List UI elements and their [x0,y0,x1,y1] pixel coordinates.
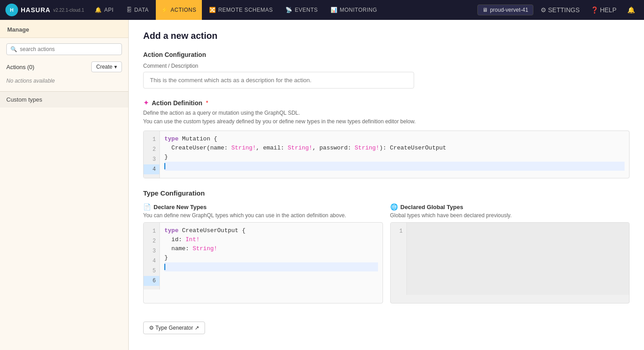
type-generator-button[interactable]: ⚙ Type Generator ↗ [143,322,205,334]
line-num-3: 3 [144,154,159,164]
help-icon: ❓ [591,6,598,14]
actions-icon: ⚡ [161,7,168,13]
declared-global-header: 🌐 Declared Global Types [390,203,630,210]
main-content: Add a new action Action Configuration Co… [129,20,644,350]
declared-global-editor: 1 [390,222,630,303]
declare-line-6 [164,262,378,271]
hasura-logo-icon: H [5,4,18,16]
declare-line-4: } [164,253,378,262]
action-def-desc: Define the action as a query or mutation… [143,109,630,126]
declare-new-title: Declare New Types [154,204,207,210]
sidebar-manage-label: Manage [0,20,128,38]
settings-icon: ⚙ [541,6,546,14]
sidebar: Manage 🔍 Actions (0) Create ▾ No actions… [0,20,129,350]
declare-new-types-col: 📄 Declare New Types You can define new G… [143,203,383,314]
sidebar-search-box[interactable]: 🔍 [6,43,122,55]
notification-icon[interactable]: 🔔 [624,5,639,15]
logo: H HASURA v2.22.1-cloud.1 [5,4,84,16]
code-content[interactable]: type Mutation { CreateUser(name: String!… [160,131,629,178]
code-line-3: } [164,153,625,162]
global-types-content [407,223,630,295]
nav-actions[interactable]: ⚡ ACTIONS [156,0,201,20]
help-nav-item[interactable]: ❓ HELP [587,5,620,15]
line-num-1: 1 [144,135,159,145]
action-config-title: Action Configuration [143,51,630,58]
action-def-title: Action Definition [152,99,202,107]
no-actions-label: No actions available [0,76,128,89]
declare-new-icon: 📄 [143,203,151,210]
actions-count-label: Actions (0) [6,64,34,70]
declare-line-numbers: 1 2 3 4 5 6 [144,223,160,289]
action-def-header: ✦ Action Definition * [143,98,630,107]
nav-api[interactable]: 🔔 API [89,0,119,20]
declare-new-header: 📄 Declare New Types [143,203,383,210]
code-line-4 [164,162,625,171]
declared-global-icon: 🌐 [390,203,398,210]
page-title: Add a new action [143,31,630,41]
version-text: v2.22.1-cloud.1 [53,8,84,13]
global-line-numbers: 1 [391,223,407,295]
action-definition-editor[interactable]: 1 2 3 4 type Mutation { CreateUser(name:… [143,131,630,178]
events-icon: 📡 [285,7,293,13]
comment-input[interactable] [143,72,414,89]
declare-code-content[interactable]: type CreateUserOutput { id: Int! name: S… [160,223,383,289]
line-numbers: 1 2 3 4 [144,131,160,178]
code-line-2: CreateUser(name: String!, email: String!… [164,144,625,153]
declared-global-types-col: 🌐 Declared Global Types Global types whi… [390,203,630,314]
line-num-4: 4 [144,164,159,174]
action-def-icon: ✦ [143,98,149,107]
type-config-section: Type Configuration 📄 Declare New Types Y… [143,189,630,334]
settings-nav-item[interactable]: ⚙ SETTINGS [537,5,583,15]
data-icon: 🗄 [126,7,132,13]
code-line-1: type Mutation { [164,135,625,144]
type-config-title: Type Configuration [143,189,630,197]
logo-text: HASURA [21,6,51,14]
nav-remote-schemas[interactable]: 🔀 REMOTE SCHEMAS [204,0,279,20]
declare-line-1: type CreateUserOutput { [164,226,378,235]
monitoring-icon: 📊 [331,7,338,13]
declared-global-desc: Global types which have been declared pr… [390,212,630,219]
project-icon: 🖥 [482,7,488,13]
nav-monitoring[interactable]: 📊 MONITORING [325,0,383,20]
action-definition-section: ✦ Action Definition * Define the action … [143,98,630,178]
api-icon: 🔔 [95,7,102,13]
bottom-btn-row: ⚙ Type Generator ↗ [143,322,630,334]
type-config-columns: 📄 Declare New Types You can define new G… [143,203,630,314]
declared-global-title: Declared Global Types [401,204,463,210]
declare-line-2: id: Int! [164,235,378,244]
top-nav: H HASURA v2.22.1-cloud.1 🔔 API 🗄 DATA ⚡ … [0,0,644,20]
declare-new-editor[interactable]: 1 2 3 4 5 6 type CreateUserOutput { id: … [143,222,383,303]
line-num-2: 2 [144,145,159,154]
action-config-section: Action Configuration Comment / Descripti… [143,51,630,98]
sidebar-custom-types[interactable]: Custom types [0,91,128,107]
comment-label: Comment / Description [143,63,630,69]
search-icon: 🔍 [10,46,17,52]
required-star: * [206,99,208,106]
dropdown-arrow-icon: ▾ [114,64,117,70]
declare-line-3: name: String! [164,244,378,253]
app-body: Manage 🔍 Actions (0) Create ▾ No actions… [0,20,644,350]
search-input[interactable] [20,46,118,52]
create-button[interactable]: Create ▾ [91,61,122,72]
remote-schemas-icon: 🔀 [209,7,216,13]
nav-data[interactable]: 🗄 DATA [121,0,154,20]
sidebar-actions-header: Actions (0) Create ▾ [0,59,128,76]
nav-events[interactable]: 📡 EVENTS [280,0,323,20]
declare-new-desc: You can define new GraphQL types which y… [143,212,383,219]
nav-right: 🖥 proud-vervet-41 ⚙ SETTINGS ❓ HELP 🔔 [477,5,639,15]
project-badge[interactable]: 🖥 proud-vervet-41 [477,5,533,15]
